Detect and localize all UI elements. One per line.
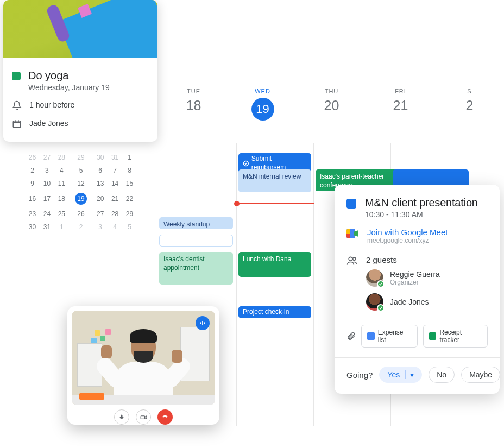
mini-calendar-day[interactable]: 18 xyxy=(54,190,69,207)
mini-calendar-day[interactable]: 17 xyxy=(40,190,54,207)
mini-calendar-day[interactable]: 15 xyxy=(122,177,137,190)
event-dentist[interactable]: Isaac's dentist appointment xyxy=(159,252,233,285)
mini-calendar-day[interactable]: 28 xyxy=(54,151,69,164)
avatar xyxy=(366,293,383,311)
avatar xyxy=(366,269,383,287)
mini-calendar-day[interactable]: 3 xyxy=(93,220,108,234)
mini-calendar-day[interactable]: 14 xyxy=(108,177,122,190)
attachment-label: Expense list xyxy=(378,329,412,344)
mini-calendar-day[interactable]: 2 xyxy=(25,164,40,177)
mini-calendar-day[interactable]: 6 xyxy=(93,164,108,177)
attachment-chip-doc[interactable]: Expense list xyxy=(361,325,418,348)
mini-calendar-day[interactable]: 19 xyxy=(69,190,93,207)
svg-rect-2 xyxy=(200,322,201,324)
event-project-checkin[interactable]: Project check-in xyxy=(238,306,311,318)
mini-calendar-day[interactable]: 1 xyxy=(54,220,69,234)
mini-calendar[interactable]: 2627282930311234567891011121314151617181… xyxy=(25,151,137,234)
event-empty-slot[interactable] xyxy=(159,235,233,247)
weekday-number: 21 xyxy=(366,98,435,113)
mini-calendar-day[interactable]: 4 xyxy=(108,220,122,234)
mini-calendar-day[interactable]: 5 xyxy=(122,220,137,234)
mini-calendar-day[interactable]: 27 xyxy=(40,151,54,164)
weekday-label: TUE xyxy=(159,88,228,94)
mini-calendar-day[interactable]: 8 xyxy=(122,164,137,177)
weekday-label: FRI xyxy=(366,88,435,94)
mini-calendar-day[interactable]: 3 xyxy=(40,164,54,177)
event-label: Isaac's dentist appointment xyxy=(163,255,205,272)
week-day-column[interactable]: WED19 xyxy=(228,88,297,121)
mini-calendar-day[interactable]: 27 xyxy=(93,207,108,220)
svg-rect-3 xyxy=(202,321,203,325)
event-lunch-dana[interactable]: Lunch with Dana xyxy=(238,252,311,277)
guests-icon xyxy=(346,255,357,266)
mute-button[interactable] xyxy=(114,409,129,425)
chevron-down-icon[interactable]: ▾ xyxy=(405,370,414,379)
mini-calendar-day[interactable]: 30 xyxy=(25,220,40,234)
check-icon xyxy=(379,306,383,310)
week-day-column[interactable]: TUE18 xyxy=(159,88,228,121)
mini-calendar-day[interactable]: 11 xyxy=(54,177,69,190)
mini-calendar-day[interactable]: 2 xyxy=(69,220,93,234)
mini-calendar-day[interactable]: 9 xyxy=(25,177,40,190)
mini-calendar-day[interactable]: 22 xyxy=(122,190,137,207)
mini-calendar-day[interactable]: 23 xyxy=(25,207,40,220)
mini-calendar-day[interactable]: 30 xyxy=(93,151,108,164)
weekday-number: 19 xyxy=(251,98,274,121)
video-call-widget xyxy=(67,306,219,425)
week-day-column[interactable]: S2 xyxy=(435,88,504,121)
video-feed[interactable] xyxy=(72,311,215,405)
guest-row[interactable]: Jade Jones xyxy=(346,290,488,314)
end-call-button[interactable] xyxy=(158,409,173,425)
mini-calendar-day[interactable]: 5 xyxy=(69,164,93,177)
event-internal-review[interactable]: M&N internal review xyxy=(238,169,311,192)
mini-calendar-day[interactable]: 28 xyxy=(108,207,122,220)
attachment-chip-sheet[interactable]: Receipt tracker xyxy=(423,325,488,348)
meet-link-row[interactable]: Join with Google Meet meet.google.com/xy… xyxy=(346,228,488,244)
sheet-file-icon xyxy=(429,332,436,340)
mini-calendar-day[interactable]: 31 xyxy=(40,220,54,234)
mini-calendar-day[interactable]: 26 xyxy=(25,151,40,164)
guests-count: 2 guests xyxy=(366,255,397,264)
guest-name: Jade Jones xyxy=(390,298,429,306)
mini-calendar-day[interactable]: 26 xyxy=(69,207,93,220)
weekday-label: WED xyxy=(228,88,297,94)
detail-time: 10:30 - 11:30 AM xyxy=(365,210,478,219)
event-popover-card: Do yoga Wednesday, January 19 1 hour bef… xyxy=(3,0,158,142)
week-header: TUE18WED19THU20FRI21S2 xyxy=(159,88,504,121)
mini-calendar-day[interactable]: 31 xyxy=(108,151,122,164)
mini-calendar-day[interactable]: 21 xyxy=(108,190,122,207)
now-indicator-dot xyxy=(234,201,240,206)
rsvp-yes-button[interactable]: Yes ▾ xyxy=(379,367,422,383)
mini-calendar-day[interactable]: 4 xyxy=(54,164,69,177)
mini-calendar-day[interactable]: 16 xyxy=(25,190,40,207)
camera-button[interactable] xyxy=(136,409,151,425)
svg-point-7 xyxy=(353,257,356,260)
mini-calendar-day[interactable]: 29 xyxy=(69,151,93,164)
mini-calendar-day[interactable]: 25 xyxy=(54,207,69,220)
mini-calendar-day[interactable]: 7 xyxy=(108,164,122,177)
week-day-column[interactable]: THU20 xyxy=(297,88,366,121)
event-label: M&N internal review xyxy=(243,173,301,180)
weekday-number: 2 xyxy=(435,98,504,113)
going-label: Going? xyxy=(346,370,373,380)
mini-calendar-day[interactable]: 1 xyxy=(122,151,137,164)
event-label: Lunch with Dana xyxy=(243,255,291,263)
bell-icon xyxy=(12,100,22,110)
event-reminder: 1 hour before xyxy=(29,100,74,109)
mini-calendar-day[interactable]: 13 xyxy=(93,177,108,190)
mini-calendar-day[interactable]: 20 xyxy=(93,190,108,207)
mini-calendar-day[interactable]: 10 xyxy=(40,177,54,190)
mini-calendar-day[interactable]: 12 xyxy=(69,177,93,190)
voice-activity-icon xyxy=(196,316,210,330)
event-weekly-standup[interactable]: Weekly standup xyxy=(159,217,233,229)
mini-calendar-day[interactable]: 29 xyxy=(122,207,137,220)
svg-point-6 xyxy=(349,257,352,261)
calendar-icon xyxy=(12,119,22,129)
mini-calendar-day[interactable]: 24 xyxy=(40,207,54,220)
guest-row[interactable]: Reggie Guerra Organizer xyxy=(346,266,488,290)
week-day-column[interactable]: FRI21 xyxy=(366,88,435,121)
phone-icon xyxy=(161,413,169,421)
svg-rect-4 xyxy=(204,322,205,324)
rsvp-no-button[interactable]: No xyxy=(429,367,455,383)
rsvp-maybe-button[interactable]: Maybe xyxy=(461,367,500,383)
